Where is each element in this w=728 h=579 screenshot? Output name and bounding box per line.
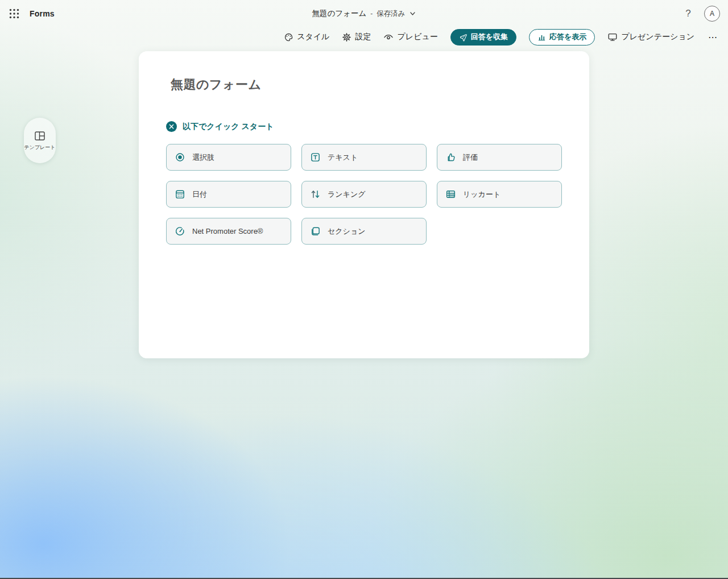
quick-start-tile-grid: 選択肢 テキスト 評価 日 [166,144,573,245]
more-options-button[interactable]: ⋯ [707,32,719,43]
view-responses-label: 応答を表示 [549,32,586,42]
template-icon [34,130,46,142]
waffle-icon [9,9,19,19]
template-fab[interactable]: テンプレート [24,118,56,163]
tile-label: ランキング [328,189,366,200]
preview-label: プレビュー [397,32,437,42]
tile-label: 日付 [192,189,207,200]
gear-icon [342,32,351,42]
tile-label: リッカート [463,189,500,200]
tile-label: セクション [328,226,366,237]
close-icon [169,124,174,129]
form-title[interactable]: 無題のフォーム [171,76,262,93]
document-title-group[interactable]: 無題のフォーム - 保存済み [312,0,416,27]
quick-start-dismiss-button[interactable] [166,121,177,132]
view-responses-button[interactable]: 応答を表示 [529,29,595,46]
tile-text[interactable]: テキスト [301,144,427,171]
bar-chart-icon [537,33,546,42]
help-button[interactable]: ? [680,8,696,19]
app-launcher-icon[interactable] [5,4,24,23]
tile-rating[interactable]: 評価 [437,144,562,171]
preview-button[interactable]: プレビュー [383,32,437,42]
quick-start-label: 以下でクイック スタート [183,122,274,132]
template-fab-label: テンプレート [24,144,55,151]
saved-status: 保存済み [377,9,405,19]
likert-grid-icon [445,189,456,200]
tile-label: 選択肢 [192,152,214,163]
eye-icon [383,32,394,42]
top-app-bar: Forms 無題のフォーム - 保存済み ? A [0,0,728,27]
tile-section[interactable]: セクション [301,218,427,245]
radio-icon [175,152,185,163]
gauge-icon [175,226,185,237]
collect-responses-button[interactable]: 回答を収集 [450,29,516,46]
tile-ranking[interactable]: ランキング [301,181,427,208]
tile-likert[interactable]: リッカート [437,181,562,208]
app-title[interactable]: Forms [30,9,55,18]
thumbs-up-icon [445,152,456,163]
section-icon [310,226,321,237]
tile-label: 評価 [463,152,478,163]
avatar[interactable]: A [704,6,720,22]
presentation-label: プレゼンテーション [621,32,694,42]
tile-label: Net Promoter Score® [192,227,263,235]
text-icon [310,152,321,163]
settings-label: 設定 [355,32,371,42]
palette-icon [284,32,293,42]
presentation-button[interactable]: プレゼンテーション [607,32,694,42]
send-icon [459,33,468,42]
topbar-right-group: ? A [680,0,728,27]
monitor-icon [607,32,618,42]
settings-button[interactable]: 設定 [342,32,371,42]
tile-nps[interactable]: Net Promoter Score® [166,218,291,245]
ranking-arrows-icon [310,189,321,200]
style-button[interactable]: スタイル [284,32,329,42]
collect-responses-label: 回答を収集 [471,32,508,42]
tile-date[interactable]: 日付 [166,181,291,208]
title-separator: - [370,10,373,18]
form-toolbar: スタイル 設定 プレビュー 回答を収集 [0,28,728,46]
calendar-icon [175,189,185,200]
tile-label: テキスト [328,152,358,163]
quick-start-header: 以下でクイック スタート [166,121,274,132]
document-title: 無題のフォーム [312,9,366,19]
chevron-down-icon [410,10,416,17]
form-editor-card: 無題のフォーム 以下でクイック スタート 選択肢 テキスト [139,51,589,358]
style-label: スタイル [297,32,329,42]
tile-choice[interactable]: 選択肢 [166,144,291,171]
